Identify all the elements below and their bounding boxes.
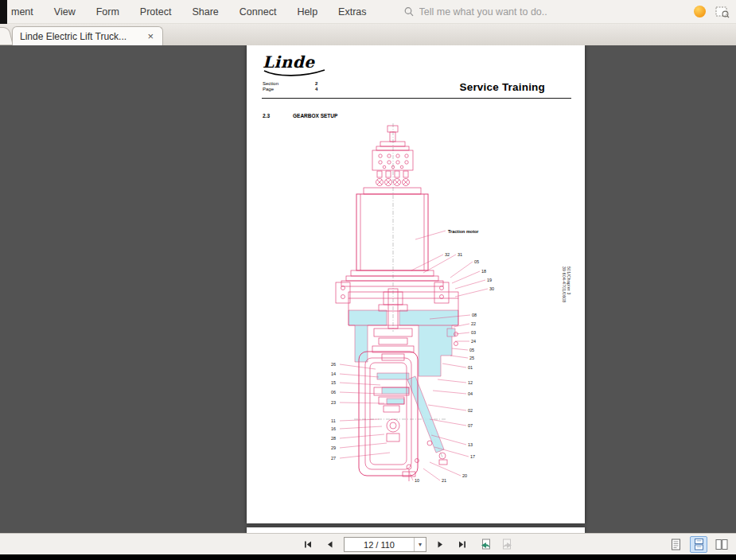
callout-leader bbox=[340, 434, 384, 438]
callout-leader bbox=[433, 391, 466, 394]
notification-icon[interactable] bbox=[694, 6, 706, 18]
menu-item-connect[interactable]: Connect bbox=[239, 6, 277, 18]
callout-leader bbox=[340, 392, 382, 394]
search-input[interactable] bbox=[419, 6, 570, 18]
menu-item-protect[interactable]: Protect bbox=[140, 6, 172, 18]
first-page-icon bbox=[302, 539, 313, 550]
menu-search[interactable] bbox=[403, 6, 570, 18]
callout-leader bbox=[423, 469, 440, 480]
callout-label: 01 bbox=[468, 365, 473, 370]
callout-leader bbox=[455, 280, 485, 289]
callout-leader bbox=[455, 289, 488, 297]
callout-label: 19 bbox=[487, 278, 492, 282]
callout-leader bbox=[430, 462, 461, 476]
menu-item-help[interactable]: Help bbox=[297, 6, 317, 18]
callout-label: 03 bbox=[471, 330, 476, 335]
callout-leader bbox=[450, 356, 468, 358]
menu-item-form[interactable]: Form bbox=[96, 6, 119, 18]
callout-label: 32 bbox=[445, 252, 450, 257]
menu-item-share[interactable]: Share bbox=[192, 6, 218, 18]
previous-view-icon bbox=[479, 539, 492, 550]
callout-label: 05 bbox=[474, 259, 479, 264]
callout-label: 15 bbox=[331, 380, 336, 385]
view-mode-group bbox=[667, 536, 730, 553]
callout-leader bbox=[442, 364, 466, 368]
callout-label: 18 bbox=[481, 269, 486, 274]
traction-motor-label: Traction motor bbox=[448, 229, 479, 234]
callout-label: 23 bbox=[331, 400, 336, 405]
single-page-view-icon bbox=[671, 539, 681, 550]
continuous-view-button[interactable] bbox=[690, 536, 707, 553]
page-number-select[interactable]: 12 / 110 ▾ bbox=[344, 537, 426, 552]
callout-label: 27 bbox=[331, 456, 336, 461]
document-viewport: Linde Section 2 Page 4 Service Training … bbox=[0, 45, 736, 533]
callout-label: 11 bbox=[331, 418, 336, 423]
tab-label: Linde Electric Lift Truck... bbox=[20, 31, 146, 42]
callout-label: 12 bbox=[468, 380, 473, 385]
page-navigation: 12 / 110 ▾ bbox=[299, 536, 516, 553]
callout-label: 17 bbox=[470, 454, 475, 459]
last-page-icon bbox=[458, 539, 468, 550]
prev-page-button[interactable] bbox=[321, 536, 338, 553]
callout-leader bbox=[430, 419, 466, 426]
bottom-toolbar: 12 / 110 ▾ bbox=[0, 533, 736, 554]
callout-label: 13 bbox=[468, 442, 473, 447]
tab-linde-document[interactable]: Linde Electric Lift Truck... × bbox=[12, 26, 163, 45]
callout-label: 28 bbox=[331, 436, 336, 441]
callout-label: 26 bbox=[331, 362, 336, 367]
first-page-button[interactable] bbox=[299, 536, 316, 553]
callout-leader bbox=[452, 271, 480, 283]
next-view-button[interactable] bbox=[499, 536, 516, 553]
pdf-page: Linde Section 2 Page 4 Service Training … bbox=[247, 45, 585, 523]
callout-leader bbox=[340, 443, 387, 448]
menu-bar: ment View Form Protect Share Connect Hel… bbox=[0, 0, 736, 24]
menu-item-comment[interactable]: ment bbox=[11, 6, 33, 18]
callout-label: 05 bbox=[469, 348, 474, 352]
status-strip bbox=[0, 554, 736, 560]
callout-label: 22 bbox=[471, 321, 476, 326]
traction-motor-leader bbox=[415, 231, 446, 239]
search-icon bbox=[403, 6, 415, 18]
continuous-view-icon bbox=[694, 539, 704, 550]
callout-label: 10 bbox=[415, 478, 419, 483]
next-view-icon bbox=[501, 539, 514, 550]
callout-label: 21 bbox=[442, 478, 446, 483]
callout-label: 16 bbox=[331, 426, 336, 431]
callout-leader bbox=[340, 453, 390, 458]
callout-label: 06 bbox=[331, 390, 336, 395]
callout-leader bbox=[340, 383, 380, 385]
last-page-button[interactable] bbox=[454, 536, 471, 553]
next-page-button[interactable] bbox=[432, 536, 449, 553]
callout-label: 31 bbox=[458, 252, 462, 257]
menu-item-extras[interactable]: Extras bbox=[338, 6, 366, 18]
facing-view-button[interactable] bbox=[713, 536, 730, 553]
tab-close-icon[interactable]: × bbox=[146, 31, 155, 41]
callout-leader bbox=[434, 447, 469, 457]
gearbox-diagram: Traction motor 3231051819300822032405250… bbox=[247, 45, 585, 523]
callout-label: 29 bbox=[331, 445, 336, 450]
page-indicator: 12 / 110 bbox=[345, 540, 414, 550]
menu-item-view[interactable]: View bbox=[54, 6, 76, 18]
callout-leader bbox=[340, 402, 384, 403]
snapshot-icon[interactable] bbox=[715, 6, 730, 18]
callout-leader bbox=[428, 405, 466, 410]
previous-view-button[interactable] bbox=[477, 536, 493, 553]
tab-bar: Linde Electric Lift Truck... × bbox=[0, 24, 736, 45]
callout-leader bbox=[450, 262, 473, 278]
callout-label: 04 bbox=[468, 391, 473, 396]
callout-leader bbox=[438, 379, 466, 383]
next-page-icon bbox=[435, 539, 446, 550]
next-page-edge bbox=[247, 527, 585, 533]
window-corner bbox=[0, 0, 7, 24]
callout-leader bbox=[411, 255, 443, 270]
application-window: ment View Form Protect Share Connect Hel… bbox=[0, 0, 736, 560]
single-page-view-button[interactable] bbox=[667, 536, 684, 553]
callout-leader bbox=[340, 426, 382, 429]
callout-label: 24 bbox=[471, 339, 476, 344]
callout-label: 25 bbox=[469, 356, 474, 360]
facing-view-icon bbox=[715, 539, 728, 550]
prev-page-icon bbox=[325, 539, 335, 550]
diagram-callouts: 3231051819300822032405250112040207131720… bbox=[331, 252, 494, 483]
callout-label: 08 bbox=[472, 313, 477, 317]
callout-label: 20 bbox=[462, 473, 467, 478]
